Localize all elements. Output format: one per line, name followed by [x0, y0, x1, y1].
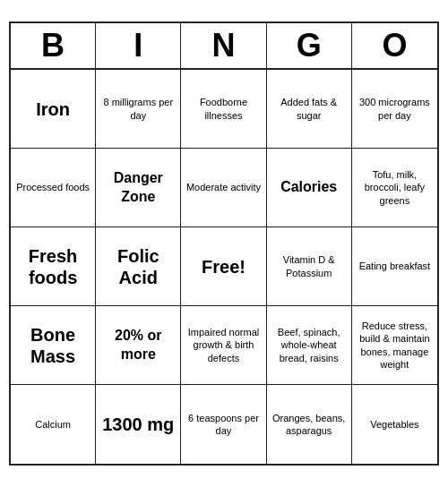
cell-text-20: Calcium [35, 418, 71, 431]
cell-text-19: Reduce stress, build & maintain bones, m… [356, 320, 434, 371]
bingo-cell-4: 300 micrograms per day [352, 70, 437, 149]
bingo-cell-13: Vitamin D & Potassium [267, 227, 352, 306]
bingo-cell-14: Eating breakfast [352, 227, 437, 306]
bingo-cell-8: Calories [267, 149, 352, 227]
cell-text-16: 20% or more [99, 327, 177, 364]
bingo-cell-0: Iron [11, 70, 96, 149]
bingo-grid: Iron8 milligrams per dayFoodborne illnes… [11, 70, 437, 464]
bingo-cell-9: Tofu, milk, broccoli, leafy greens [352, 149, 437, 227]
bingo-cell-12: Free! [181, 227, 266, 306]
header-letter-i: I [96, 23, 181, 68]
bingo-cell-24: Vegetables [352, 385, 437, 464]
cell-text-23: Oranges, beans, asparagus [271, 412, 348, 438]
cell-text-3: Added fats & sugar [271, 96, 348, 122]
bingo-cell-20: Calcium [11, 385, 96, 464]
cell-text-11: Folic Acid [99, 245, 177, 288]
bingo-cell-11: Folic Acid [96, 227, 181, 306]
cell-text-21: 1300 mg [102, 414, 174, 435]
cell-text-14: Eating breakfast [359, 260, 431, 272]
header-letter-o: O [352, 23, 437, 68]
cell-text-1: 8 milligrams per day [99, 96, 177, 122]
cell-text-13: Vitamin D & Potassium [271, 253, 348, 279]
cell-text-22: 6 teaspoons per day [185, 412, 262, 438]
cell-text-4: 300 micrograms per day [356, 96, 434, 122]
cell-text-7: Moderate activity [186, 181, 261, 193]
bingo-cell-7: Moderate activity [181, 149, 266, 227]
header-letter-g: G [267, 23, 352, 68]
cell-text-17: Impaired normal growth & birth defects [185, 326, 262, 364]
bingo-cell-19: Reduce stress, build & maintain bones, m… [352, 306, 437, 385]
cell-text-10: Fresh foods [14, 245, 91, 288]
bingo-card: BINGO Iron8 milligrams per dayFoodborne … [9, 21, 439, 466]
bingo-cell-17: Impaired normal growth & birth defects [181, 306, 266, 385]
bingo-cell-6: Danger Zone [96, 149, 181, 227]
bingo-cell-5: Processed foods [11, 149, 96, 227]
cell-text-12: Free! [202, 255, 246, 278]
bingo-cell-22: 6 teaspoons per day [181, 385, 266, 464]
bingo-cell-23: Oranges, beans, asparagus [267, 385, 352, 464]
bingo-cell-1: 8 milligrams per day [96, 70, 181, 149]
bingo-cell-15: Bone Mass [11, 306, 96, 385]
bingo-cell-10: Fresh foods [11, 227, 96, 306]
cell-text-0: Iron [36, 98, 70, 120]
header-letter-b: B [11, 23, 96, 68]
cell-text-9: Tofu, milk, broccoli, leafy greens [356, 168, 434, 207]
cell-text-8: Calories [280, 178, 337, 197]
bingo-cell-18: Beef, spinach, whole-wheat bread, raisin… [267, 306, 352, 385]
cell-text-15: Bone Mass [14, 324, 91, 367]
bingo-cell-3: Added fats & sugar [267, 70, 352, 149]
cell-text-18: Beef, spinach, whole-wheat bread, raisin… [271, 326, 348, 364]
cell-text-6: Danger Zone [99, 169, 177, 207]
bingo-cell-21: 1300 mg [96, 385, 181, 464]
cell-text-2: Foodborne illnesses [185, 96, 262, 122]
bingo-cell-2: Foodborne illnesses [181, 70, 266, 149]
header-letter-n: N [181, 23, 266, 68]
bingo-cell-16: 20% or more [96, 306, 181, 385]
bingo-header: BINGO [11, 23, 437, 70]
cell-text-5: Processed foods [16, 181, 90, 193]
cell-text-24: Vegetables [370, 418, 418, 431]
